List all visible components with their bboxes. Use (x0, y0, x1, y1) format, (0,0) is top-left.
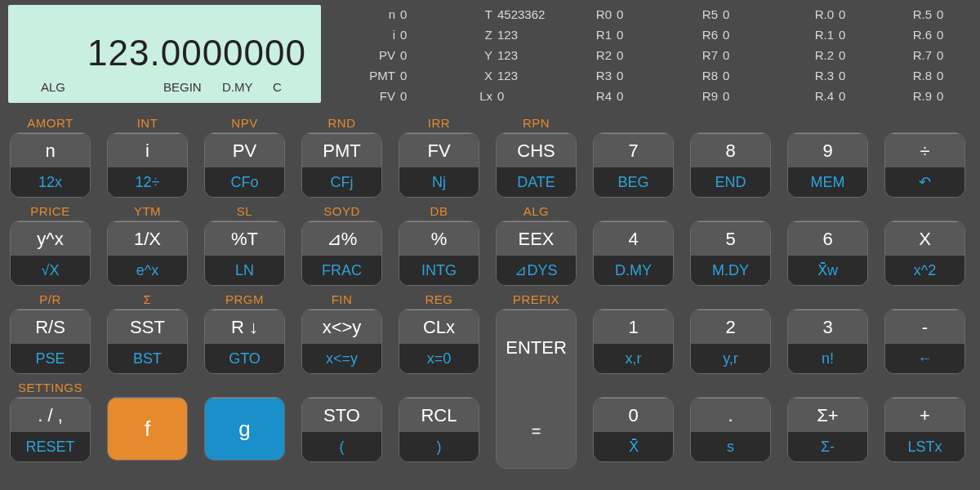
key-top: 4 (594, 221, 673, 256)
key-1-x[interactable]: 1/Xe^x (107, 220, 188, 286)
key-top: 2 (691, 310, 770, 344)
key--[interactable]: +LSTx (884, 397, 965, 462)
key-r-s[interactable]: R/SPSE (10, 309, 91, 374)
key-3[interactable]: 3n! (787, 309, 868, 374)
key-i[interactable]: i12÷ (107, 132, 188, 198)
f-label: PRGM (204, 291, 285, 309)
f-label: ALG (496, 203, 577, 220)
key-2[interactable]: 2y,r (690, 309, 771, 374)
key-top: 8 (691, 133, 770, 167)
key-9[interactable]: 9MEM (787, 132, 868, 198)
register-R0: R00 (590, 7, 623, 23)
key-top: ÷ (885, 133, 964, 167)
key--[interactable]: ÷↶ (884, 132, 965, 198)
key--[interactable]: ⊿%FRAC (301, 220, 382, 286)
f-label: AMORT (10, 114, 91, 132)
register-R6: R60 (697, 27, 729, 43)
key-top: CHS (497, 133, 576, 167)
key-top: x<>y (302, 310, 381, 344)
key-r-[interactable]: R ↓GTO (204, 309, 285, 374)
register-R.8: R.80 (907, 68, 943, 84)
register-PMT: PMT0 (366, 68, 407, 84)
register-R.7: R.70 (907, 47, 943, 64)
key-top: %T (205, 221, 284, 256)
ann-dmy: D.MY (222, 80, 253, 94)
key-0[interactable]: 0X̄ (593, 397, 674, 462)
key-x-y[interactable]: x<>yx<=y (301, 309, 382, 374)
key-top: 6 (788, 221, 867, 256)
key-1[interactable]: 1x,r (593, 309, 674, 374)
key-6[interactable]: 6X̄w (787, 220, 868, 286)
register-R.4: R.40 (809, 88, 845, 105)
register-R.5: R.50 (907, 7, 943, 23)
register-X: X123 (476, 68, 545, 84)
key-bottom: √X (11, 256, 90, 285)
key-bottom: ↶ (885, 167, 964, 197)
f-label: PREFIX (496, 291, 577, 309)
key-eex[interactable]: EEX⊿DYS (496, 220, 577, 286)
key-bottom: ( (302, 432, 381, 461)
key-top: EEX (497, 221, 576, 256)
key-bottom: x,r (594, 344, 673, 373)
key-7[interactable]: 7BEG (593, 132, 674, 198)
f-label: FIN (301, 291, 382, 309)
f-label: REG (399, 291, 479, 309)
key--[interactable]: %INTG (399, 220, 479, 286)
register-R8: R80 (697, 68, 729, 84)
key-4[interactable]: 4D.MY (593, 220, 674, 286)
register-R.9: R.90 (907, 88, 943, 105)
key-bottom: n! (788, 344, 867, 373)
key-top: 0 (594, 398, 673, 432)
key-rcl[interactable]: RCL) (399, 397, 479, 462)
key-top: CLx (399, 310, 479, 344)
key-8[interactable]: 8END (690, 132, 771, 198)
f-label: IRR (399, 114, 479, 132)
key-bottom: X̄w (788, 256, 867, 285)
key-fv[interactable]: FVNj (399, 132, 479, 198)
key-bottom: BST (108, 344, 187, 373)
key--[interactable]: Σ+Σ- (787, 397, 868, 462)
key-f[interactable]: f (107, 397, 188, 461)
key-enter[interactable]: ENTER= (496, 309, 577, 469)
key-bottom: ⊿DYS (497, 256, 576, 285)
key-g[interactable]: g (204, 397, 285, 461)
key-bottom: FRAC (302, 256, 381, 285)
key-chs[interactable]: CHSDATE (496, 132, 577, 198)
key--[interactable]: -← (884, 309, 965, 374)
register-n: n0 (366, 7, 407, 23)
ann-begin: BEGIN (163, 80, 202, 94)
register-R3: R30 (590, 68, 623, 84)
register-T: T4523362 (476, 7, 545, 23)
register-R4: R40 (590, 88, 623, 105)
key-bottom: MEM (788, 167, 867, 197)
key-sst[interactable]: SSTBST (107, 309, 188, 374)
key-pv[interactable]: PVCFo (204, 132, 285, 198)
key-bottom: 12÷ (108, 167, 187, 197)
register-Z: Z123 (476, 27, 545, 43)
key--[interactable]: . / ,RESET (10, 397, 91, 462)
key-5[interactable]: 5M.DY (690, 220, 771, 286)
key--t[interactable]: %TLN (204, 220, 285, 286)
f-label: DB (399, 203, 479, 220)
ann-alg: ALG (41, 80, 65, 94)
f-label: RPN (496, 114, 577, 132)
key-bottom: Nj (399, 167, 479, 197)
key-x[interactable]: Xx^2 (884, 220, 965, 286)
f-label: SL (204, 203, 285, 220)
key-top: + (885, 398, 964, 432)
key-y-x[interactable]: y^x√X (10, 220, 91, 286)
key-bottom: Σ- (788, 432, 867, 461)
key--[interactable]: .s (690, 397, 771, 462)
key-sto[interactable]: STO( (301, 397, 382, 462)
key-pmt[interactable]: PMTCFj (301, 132, 382, 198)
key-top: PMT (302, 133, 381, 167)
key-top: R/S (11, 310, 90, 344)
f-label: PRICE (10, 203, 91, 220)
key-top: % (399, 221, 479, 256)
key-bottom: 12x (11, 167, 90, 197)
key-top: R ↓ (205, 310, 284, 344)
key-n[interactable]: n12x (10, 132, 91, 198)
key-bottom: LSTx (885, 432, 964, 461)
f-label: RND (301, 114, 382, 132)
key-clx[interactable]: CLxx=0 (399, 309, 479, 374)
